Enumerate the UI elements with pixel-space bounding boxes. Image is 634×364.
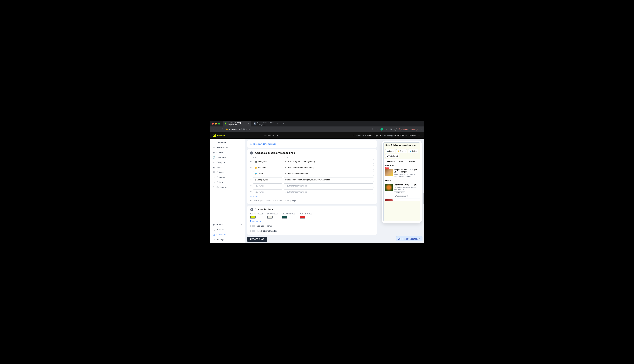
store-selector[interactable]: Maynuu De… ▾ xyxy=(264,134,278,136)
add-links-button[interactable]: Add links xyxy=(250,196,374,198)
link-text-input[interactable] xyxy=(253,171,282,176)
app-body: ⌂Dashboard ⊘Availabilities ◎Outlets 🕒Tim… xyxy=(210,139,424,243)
drag-handle-icon[interactable]: ≡ xyxy=(250,166,252,169)
preview-chip[interactable]: 👍 Face… xyxy=(396,149,407,153)
sidebar-item-items[interactable]: ▣Items xyxy=(210,165,245,170)
dark-theme-toggle[interactable] xyxy=(250,225,255,227)
help-icon: ◉ xyxy=(212,223,215,226)
branding-toggle[interactable] xyxy=(250,230,255,232)
minimize-window-icon[interactable] xyxy=(215,123,217,124)
user-menu-icon[interactable]: ⚲ ▾ xyxy=(418,134,422,136)
drag-handle-icon[interactable]: ≡ xyxy=(250,172,252,175)
close-tab-icon[interactable]: × xyxy=(248,122,249,125)
link-text-input[interactable] xyxy=(253,184,282,188)
forward-button[interactable]: → xyxy=(216,128,219,130)
sidebar-item-dashboard[interactable]: ⌂Dashboard xyxy=(210,140,245,145)
link-url-input[interactable] xyxy=(284,177,374,182)
link-url-input[interactable] xyxy=(284,190,374,194)
nav-label: Orders xyxy=(216,181,223,184)
drag-handle-icon[interactable]: ≡ xyxy=(250,190,252,193)
menu-item[interactable]: Vegetarian Curry $10› Cauliflower, pumpk… xyxy=(384,182,420,199)
panel-icon[interactable]: ▣ xyxy=(390,128,392,130)
reset-colors-button[interactable]: Reset colors xyxy=(250,220,374,222)
sidebar-item-settlements[interactable]: $Settlements xyxy=(210,185,245,190)
sidebar-item-customize[interactable]: ▤Customize xyxy=(210,232,245,237)
heading-color-swatch[interactable] xyxy=(282,216,287,218)
close-toast-icon[interactable]: × xyxy=(419,238,420,240)
tab-customize-shop[interactable]: m Customize Shop – Maynuu.co… × xyxy=(223,121,251,126)
menu-item[interactable]: -17% Wagyu Double Cheeseburger $30$25› s… xyxy=(384,167,420,179)
guide-link[interactable]: Read our guide xyxy=(368,134,381,136)
external-icon: ⧉ xyxy=(414,134,416,136)
close-tab-icon[interactable]: × xyxy=(277,122,278,125)
tabs-dropdown-icon[interactable]: ⌄ xyxy=(421,123,422,124)
sidebar-item-options[interactable]: ☰Options xyxy=(210,170,245,175)
drag-handle-icon[interactable]: ≡ xyxy=(250,184,252,187)
sidebar-item-statistics[interactable]: 〽Statistics xyxy=(210,227,245,232)
body-color-swatch[interactable] xyxy=(267,216,272,218)
bookmark-icon[interactable]: ☆ xyxy=(376,128,378,130)
favicon-icon: ▦ xyxy=(254,122,256,125)
relaunch-button[interactable]: Relaunch to update xyxy=(399,128,418,131)
accent-color-swatch[interactable] xyxy=(300,216,305,218)
link-text-input[interactable] xyxy=(253,177,282,182)
category-tab[interactable]: BUNDLES xyxy=(408,161,416,162)
phone-frame: Note: This is a Maynuu demo store 📷 Inst… xyxy=(382,140,422,223)
nav-label: Guides xyxy=(216,223,223,226)
or-label: or WhatsApp xyxy=(382,134,394,136)
drag-handle-icon[interactable]: ≡ xyxy=(250,160,252,163)
menu-item-partial xyxy=(384,199,420,201)
item-image xyxy=(385,184,393,191)
preview-chip[interactable]: 🐦 Twit… xyxy=(408,149,418,153)
close-window-icon[interactable] xyxy=(212,123,214,124)
link-url-input[interactable] xyxy=(284,159,374,164)
link-row: ≡ xyxy=(250,165,374,170)
menu-icon[interactable]: ⋮ xyxy=(420,128,422,130)
preview-chip[interactable]: 📷 Inst… xyxy=(385,149,395,153)
logo[interactable]: maynuu xyxy=(212,134,226,137)
link-url-input[interactable] xyxy=(284,165,374,170)
sidebar-item-guides[interactable]: ◉Guides↗ xyxy=(210,222,245,227)
scrollbar-thumb[interactable] xyxy=(423,193,424,204)
preview-chip[interactable]: ♫ Café playlist xyxy=(385,154,399,158)
color-label: HEADING COLOR xyxy=(282,213,296,215)
link-url-input[interactable] xyxy=(284,171,374,176)
category-tab[interactable]: MAINS xyxy=(399,161,404,162)
store-name: Maynuu De… xyxy=(264,134,276,136)
sidebar-item-coupons[interactable]: ⊳Coupons xyxy=(210,175,245,180)
section-title: Add social media or website links xyxy=(255,152,295,154)
dark-theme-row: Use Dark Theme xyxy=(250,225,374,227)
new-tab-button[interactable]: + xyxy=(282,122,285,125)
link-text-input[interactable] xyxy=(253,190,282,194)
category-tab[interactable]: SPECIALS xyxy=(387,161,395,162)
lock-icon: 🔒 xyxy=(226,128,228,130)
pin-icon: ◎ xyxy=(212,151,215,154)
address-field[interactable]: 🔒 maynuu.com/edit_shop xyxy=(226,128,369,130)
shop-link[interactable]: Shop ⧉ xyxy=(409,134,416,136)
share-icon[interactable]: ⇪ xyxy=(371,128,374,130)
tab-demo-store[interactable]: ▦ Maynuu Demo Store – Maynu… × xyxy=(252,121,280,126)
profile-icon[interactable] xyxy=(394,128,397,130)
extension-icon[interactable] xyxy=(380,128,383,130)
sidebar-item-availabilities[interactable]: ⊘Availabilities xyxy=(210,145,245,150)
app-header: maynuu Maynuu De… ▾ ✆ Need help? Read ou… xyxy=(210,132,424,139)
navbar-color-swatch[interactable] xyxy=(250,216,256,218)
sidebar-item-settings[interactable]: ⚙Settings xyxy=(210,237,245,242)
extensions-icon[interactable]: ✦ xyxy=(385,128,388,130)
link-text-input[interactable] xyxy=(253,159,282,164)
link-url-input[interactable] xyxy=(284,184,374,188)
discount-badge: -17% xyxy=(385,167,390,168)
add-welcome-link[interactable]: Add dine-in welcome message xyxy=(250,143,276,145)
update-shop-button[interactable]: UPDATE SHOP xyxy=(248,236,267,242)
phone-number[interactable]: +6592257913 xyxy=(394,134,406,136)
sidebar-item-timeslots[interactable]: 🕒Time Slots xyxy=(210,155,245,160)
reload-button[interactable]: ⟳ xyxy=(221,128,224,130)
drag-handle-icon[interactable]: ≡ xyxy=(250,178,252,181)
link-text-input[interactable] xyxy=(253,165,282,170)
maximize-window-icon[interactable] xyxy=(218,123,220,124)
sidebar-item-categories[interactable]: ≋Categories xyxy=(210,160,245,165)
step-badge: 5 xyxy=(250,208,253,211)
sidebar-item-outlets[interactable]: ◎Outlets xyxy=(210,150,245,155)
sidebar-item-orders[interactable]: ◻Orders xyxy=(210,180,245,185)
back-button[interactable]: ← xyxy=(212,128,214,130)
